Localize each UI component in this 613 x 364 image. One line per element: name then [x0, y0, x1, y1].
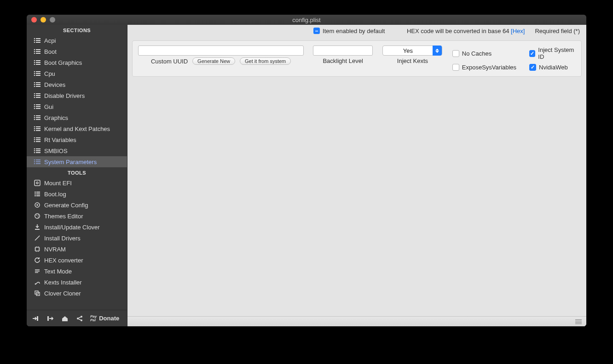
sidebar-item-cpu[interactable]: Cpu: [27, 68, 127, 79]
svg-rect-15: [36, 60, 40, 61]
sidebar-item-label: System Parameters: [44, 159, 97, 165]
svg-point-54: [34, 137, 35, 139]
system-parameters-panel: Custom UUID Generate New Get it from sys…: [132, 40, 582, 77]
svg-point-66: [34, 159, 35, 161]
svg-rect-63: [36, 148, 40, 149]
titlebar: config.plist: [27, 15, 586, 25]
svg-rect-39: [36, 104, 40, 105]
svg-point-0: [34, 38, 35, 40]
sidebar-item-label: Rt Variables: [44, 136, 76, 143]
svg-rect-5: [36, 42, 40, 43]
home-icon[interactable]: [61, 314, 69, 323]
svg-rect-22: [36, 73, 40, 74]
traffic-lights: [31, 17, 55, 23]
get-from-system-button[interactable]: Get it from system: [240, 57, 291, 65]
svg-rect-23: [36, 75, 40, 76]
svg-point-19: [34, 73, 35, 74]
sidebar-tool-install-drivers[interactable]: Install Drivers: [27, 233, 127, 244]
svg-rect-77: [36, 192, 40, 193]
sidebar-tool-bootlog[interactable]: Boot.log: [27, 188, 127, 199]
donate-button[interactable]: PayPal Donate: [90, 315, 119, 322]
svg-point-18: [34, 71, 35, 73]
svg-point-62: [34, 152, 35, 154]
share-icon[interactable]: [75, 314, 84, 323]
sidebar-item-system-parameters[interactable]: System Parameters: [27, 156, 127, 167]
sidebar-tool-mount-efi[interactable]: Mount EFI: [27, 177, 127, 188]
svg-rect-17: [36, 64, 40, 65]
svg-point-12: [34, 60, 35, 62]
generate-new-button[interactable]: Generate New: [192, 57, 235, 65]
sidebar-tool-text-mode[interactable]: Text Mode: [27, 266, 127, 277]
hex-link[interactable]: [Hex]: [511, 28, 525, 34]
sidebar-item-label: Install/Update Clover: [44, 224, 100, 231]
sidebar-item-label: NVRAM: [44, 246, 66, 253]
sidebar-item-label: Gui: [44, 103, 53, 110]
custom-uuid-input[interactable]: [138, 46, 304, 56]
sidebar-tool-nvram[interactable]: NVRAM: [27, 244, 127, 255]
svg-point-8: [34, 53, 35, 54]
refresh-icon: [33, 257, 41, 263]
sidebar-item-gui[interactable]: Gui: [27, 101, 127, 112]
backlight-level-input[interactable]: [313, 46, 373, 56]
svg-rect-72: [35, 180, 40, 186]
svg-point-43: [34, 117, 35, 119]
sidebar-item-smbios[interactable]: SMBIOS: [27, 145, 127, 156]
sidebar-item-graphics[interactable]: Graphics: [27, 112, 127, 123]
export-icon[interactable]: [46, 314, 54, 323]
list-icon: [33, 104, 41, 109]
svg-rect-16: [36, 62, 40, 63]
sidebar-item-acpi[interactable]: Acpi: [27, 35, 127, 46]
sidebar-item-label: Text Mode: [44, 268, 72, 275]
svg-rect-40: [36, 106, 40, 107]
svg-point-42: [34, 115, 35, 117]
sidebar: SECTIONS Acpi Boot Boot Graphics Cpu Dev…: [27, 25, 127, 326]
sidebar-item-devices[interactable]: Devices: [27, 79, 127, 90]
sidebar-item-disable-drivers[interactable]: Disable Drivers: [27, 90, 127, 101]
import-icon[interactable]: [31, 314, 40, 323]
sidebar-tools-header: TOOLS: [27, 167, 127, 177]
svg-rect-10: [36, 51, 40, 52]
sidebar-tool-clover-cloner[interactable]: Clover Cloner: [27, 288, 127, 299]
copy-icon: [33, 290, 41, 296]
svg-point-67: [34, 161, 35, 163]
main-content: – Item enabled by default HEX code will …: [127, 25, 586, 326]
svg-rect-102: [37, 316, 38, 321]
inject-system-id-checkbox[interactable]: Inject System ID: [529, 46, 576, 60]
sidebar-item-label: Generate Config: [44, 202, 88, 209]
nvidia-web-checkbox[interactable]: NvidiaWeb: [529, 64, 576, 71]
sidebar-item-kernel-kext-patches[interactable]: Kernel and Kext Patches: [27, 123, 127, 134]
zoom-window-button[interactable]: [50, 17, 55, 23]
sidebar-item-boot-graphics[interactable]: Boot Graphics: [27, 57, 127, 68]
svg-rect-27: [36, 82, 40, 83]
sidebar-item-rt-variables[interactable]: Rt Variables: [27, 134, 127, 145]
close-window-button[interactable]: [31, 17, 37, 23]
hex-note: HEX code will be converted in base 64 [H…: [407, 28, 525, 34]
palette-icon: [33, 213, 41, 219]
svg-rect-45: [36, 115, 40, 116]
svg-point-32: [34, 97, 35, 98]
sidebar-tool-generate-config[interactable]: Generate Config: [27, 199, 127, 210]
sidebar-tool-themes[interactable]: Themes Editor: [27, 210, 127, 222]
no-caches-checkbox[interactable]: No Caches: [452, 46, 516, 60]
svg-rect-65: [36, 152, 40, 153]
gear-icon: [33, 202, 41, 208]
inject-kexts-select[interactable]: Yes: [382, 46, 442, 56]
sidebar-tool-install-clover[interactable]: Install/Update Clover: [27, 222, 127, 233]
sidebar-item-boot[interactable]: Boot: [27, 46, 127, 57]
svg-point-2: [34, 42, 35, 43]
menu-icon[interactable]: [575, 319, 582, 324]
sidebar-tool-kexts-installer[interactable]: Kexts Installer: [27, 277, 127, 288]
svg-point-36: [34, 104, 35, 106]
list-icon: [33, 137, 41, 142]
svg-rect-58: [36, 139, 40, 140]
inject-kexts-value: Yes: [383, 47, 433, 54]
minimize-window-button[interactable]: [40, 17, 46, 23]
svg-rect-29: [36, 86, 40, 87]
sidebar-tool-hex-converter[interactable]: HEX converter: [27, 255, 127, 266]
custom-uuid-label: Custom UUID: [151, 58, 188, 65]
svg-point-14: [34, 64, 35, 65]
window-body: SECTIONS Acpi Boot Boot Graphics Cpu Dev…: [27, 25, 586, 326]
expose-sys-variables-checkbox[interactable]: ExposeSysVariables: [452, 64, 516, 71]
item-default-legend: Item enabled by default: [323, 28, 385, 34]
svg-rect-52: [36, 128, 40, 129]
